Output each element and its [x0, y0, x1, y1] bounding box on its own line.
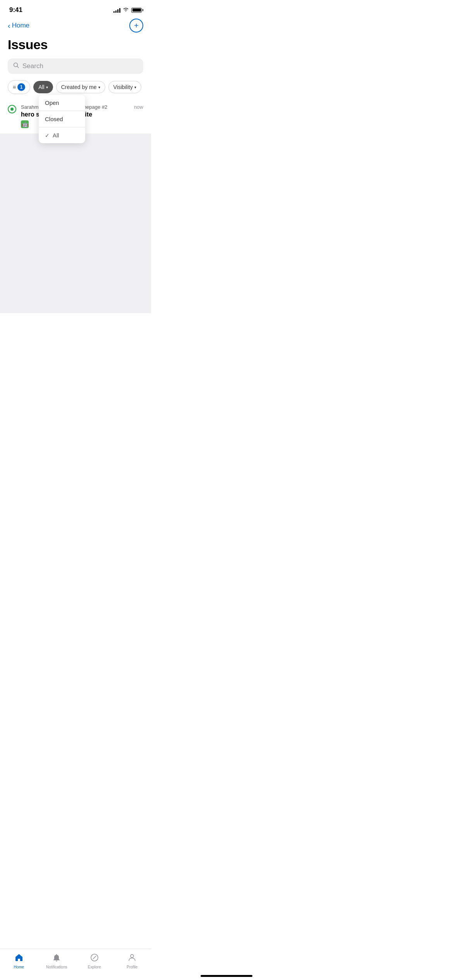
chevron-down-icon-2: ▾ — [98, 85, 100, 89]
status-icons — [113, 7, 142, 13]
status-time: 9:41 — [9, 6, 22, 14]
all-filter-label: All — [38, 84, 45, 90]
issue-status-dot — [10, 108, 14, 111]
issue-open-icon — [8, 105, 16, 113]
filter-button[interactable]: ≡ 1 — [8, 80, 30, 94]
search-container: Search — [0, 58, 151, 80]
created-by-me-label: Created by me — [61, 84, 97, 90]
search-placeholder: Search — [22, 62, 43, 70]
chevron-down-icon: ▾ — [46, 85, 48, 89]
page-title: Issues — [0, 36, 151, 58]
visibility-label: Visibility — [113, 84, 133, 90]
signal-icon — [113, 7, 120, 13]
all-filter-dropdown: Open Closed ✓ All — [39, 95, 85, 143]
all-label: All — [53, 132, 59, 139]
dropdown-closed-item[interactable]: Closed — [39, 111, 85, 127]
issue-time: now — [134, 104, 143, 110]
created-by-me-filter-button[interactable]: Created by me ▾ — [56, 81, 105, 93]
issue-number: #2 — [102, 104, 107, 110]
closed-label: Closed — [45, 116, 63, 122]
empty-state-area — [0, 134, 151, 313]
filter-badge: 1 — [17, 83, 25, 91]
filter-lines-icon: ≡ — [13, 84, 16, 90]
visibility-filter-button[interactable]: Visibility ▾ — [108, 81, 141, 93]
wifi-icon — [123, 7, 129, 13]
main-content: Issues Search ≡ 1 All ▾ Created by me ▾ — [0, 36, 151, 313]
status-bar: 9:41 — [0, 0, 151, 17]
search-icon — [13, 62, 19, 70]
chevron-left-icon: ‹ — [8, 22, 10, 29]
dropdown-open-item[interactable]: Open — [39, 95, 85, 111]
dropdown-all-item[interactable]: ✓ All — [39, 127, 85, 143]
search-bar[interactable]: Search — [8, 58, 143, 74]
all-filter-button[interactable]: All ▾ — [33, 81, 53, 93]
open-label: Open — [45, 99, 59, 106]
check-icon: ✓ — [45, 132, 50, 139]
issue-avatar: 🤖 — [21, 120, 29, 128]
filter-row: ≡ 1 All ▾ Created by me ▾ Visibility ▾ O… — [0, 80, 151, 94]
avatar-icon: 🤖 — [22, 121, 28, 127]
chevron-down-icon-3: ▾ — [134, 85, 136, 89]
plus-icon: + — [134, 21, 139, 30]
battery-icon — [131, 8, 142, 13]
back-label: Home — [12, 22, 29, 29]
back-button[interactable]: ‹ Home — [8, 22, 29, 29]
add-issue-button[interactable]: + — [129, 19, 143, 33]
nav-bar: ‹ Home + — [0, 17, 151, 36]
